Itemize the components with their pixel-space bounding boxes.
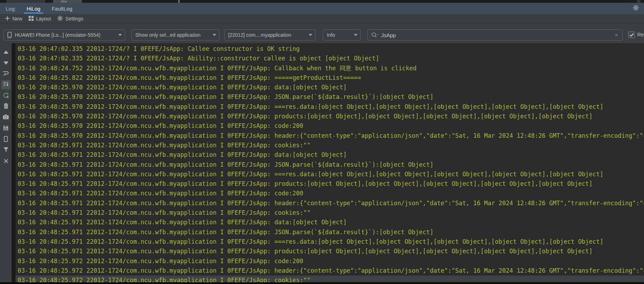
screenshot-button[interactable] xyxy=(1,113,11,122)
settings-button[interactable]: Settings xyxy=(57,16,83,22)
log-line[interactable]: 03-16 20:48:25.970 22012-1724/com.ncu.wf… xyxy=(16,83,644,92)
grid-icon xyxy=(29,16,34,22)
process-select-value: [22012] com....myapplication xyxy=(228,32,306,38)
log-tab-bar: Log: HiLog FaultLog xyxy=(0,3,644,14)
regex-checkbox-label: Reg xyxy=(637,32,644,37)
save-icon xyxy=(3,125,8,132)
background-tab-fragment: Idea xyxy=(53,0,82,3)
log-line[interactable]: 03-16 20:47:02.335 22012-1724/? I 0FEFE/… xyxy=(16,54,644,63)
log-line[interactable]: 03-16 20:48:25.970 22012-1724/com.ncu.wf… xyxy=(16,121,644,131)
scroll-up-button[interactable] xyxy=(1,47,11,57)
clear-log-button[interactable] xyxy=(1,102,11,111)
log-output[interactable]: 03-16 20:47:02.335 22012-1724/? I 0FEFE/… xyxy=(16,43,644,284)
log-line[interactable]: 03-16 20:48:25.971 22012-1724/com.ncu.wf… xyxy=(16,189,644,198)
device-select-value: HUAWEI Phone [Lo...] (emulator-5554) xyxy=(15,32,116,38)
rerun-button[interactable] xyxy=(1,91,11,100)
log-line[interactable]: 03-16 20:48:25.971 22012-1724/com.ncu.wf… xyxy=(16,208,644,218)
soft-wrap-button[interactable] xyxy=(1,69,11,78)
hilog-toolbar: New Layout xyxy=(0,14,644,24)
checkmark-icon xyxy=(630,33,634,37)
close-icon xyxy=(4,158,8,165)
trash-icon xyxy=(4,103,8,110)
log-line[interactable]: 03-16 20:48:25.971 22012-1724/com.ncu.wf… xyxy=(16,247,644,256)
process-select[interactable]: [22012] com....myapplication xyxy=(224,29,315,41)
log-line[interactable]: 03-16 20:48:25.971 22012-1724/com.ncu.wf… xyxy=(16,227,644,237)
scope-select[interactable]: Show only sel...ed application xyxy=(131,29,219,41)
regex-checkbox[interactable] xyxy=(628,31,635,38)
background-fragment xyxy=(6,0,45,3)
log-line[interactable]: 03-16 20:48:25.971 22012-1724/com.ncu.wf… xyxy=(16,199,644,208)
device-screen-button[interactable] xyxy=(1,135,11,144)
log-level-select-value: Info xyxy=(327,32,351,38)
filter-button[interactable] xyxy=(1,146,11,155)
up-arrow-icon xyxy=(4,49,8,55)
camera-icon xyxy=(3,114,9,121)
tab-faultlog[interactable]: FaultLog xyxy=(46,3,78,14)
tab-hilog-label: HiLog xyxy=(26,6,40,12)
layout-button[interactable]: Layout xyxy=(29,16,51,22)
scroll-down-button[interactable] xyxy=(1,58,11,67)
search-field[interactable]: × xyxy=(367,29,623,41)
gear-icon xyxy=(57,16,63,22)
log-level-select[interactable]: Info xyxy=(323,29,361,41)
log-line[interactable]: 03-16 20:48:25.971 22012-1724/com.ncu.wf… xyxy=(16,218,644,227)
scope-select-value: Show only sel...ed application xyxy=(135,32,210,38)
filter-icon xyxy=(4,147,8,154)
log-line[interactable]: 03-16 20:48:25.971 22012-1724/com.ncu.wf… xyxy=(16,150,644,160)
log-label: Log: xyxy=(6,6,16,12)
chevron-down-icon xyxy=(354,34,358,36)
log-main-area: 03-16 20:47:02.335 22012-1724/? I 0FEFE/… xyxy=(0,43,644,284)
bottom-edge-band xyxy=(0,282,644,284)
log-line[interactable]: 03-16 20:48:25.970 22012-1724/com.ncu.wf… xyxy=(16,112,644,121)
tab-faultlog-label: FaultLog xyxy=(52,6,72,12)
log-action-sidebar xyxy=(0,43,12,284)
device-select[interactable]: HUAWEI Phone [Lo...] (emulator-5554) xyxy=(4,29,125,41)
layout-button-label: Layout xyxy=(36,16,51,22)
new-button[interactable]: New xyxy=(5,16,22,22)
log-line[interactable]: 03-16 20:48:25.971 22012-1724/com.ncu.wf… xyxy=(16,170,644,179)
chevron-down-icon xyxy=(118,34,122,36)
plus-icon xyxy=(5,16,10,22)
new-button-label: New xyxy=(12,16,22,22)
search-input[interactable] xyxy=(381,32,614,38)
chevron-down-icon xyxy=(309,34,312,36)
scroll-to-end-button[interactable] xyxy=(1,80,11,89)
gear-icon xyxy=(633,5,639,12)
settings-button-label: Settings xyxy=(65,16,83,22)
down-arrow-icon xyxy=(4,60,8,66)
soft-wrap-icon xyxy=(3,71,9,77)
console-gutter xyxy=(12,43,16,284)
filter-row: HUAWEI Phone [Lo...] (emulator-5554) Sho… xyxy=(0,24,644,43)
panel-settings-button[interactable] xyxy=(632,5,640,12)
chevron-down-icon xyxy=(213,34,216,36)
phone-icon xyxy=(7,32,12,38)
tab-hilog[interactable]: HiLog xyxy=(21,3,46,14)
log-line[interactable]: 03-16 20:48:25.971 22012-1724/com.ncu.wf… xyxy=(16,237,644,247)
phone-icon xyxy=(4,136,8,143)
scroll-to-end-icon xyxy=(3,82,9,88)
background-window-sliver: Idea xyxy=(0,0,644,3)
rerun-icon xyxy=(3,92,9,100)
log-line[interactable]: 03-16 20:48:25.971 22012-1724/com.ncu.wf… xyxy=(16,179,644,189)
log-line[interactable]: 03-16 20:47:02.335 22012-1724/? I 0FEFE/… xyxy=(16,44,644,54)
log-line[interactable]: 03-16 20:48:25.970 22012-1724/com.ncu.wf… xyxy=(16,131,644,141)
log-line[interactable]: 03-16 20:48:25.970 22012-1724/com.ncu.wf… xyxy=(16,102,644,112)
log-line[interactable]: 03-16 20:48:25.972 22012-1724/com.ncu.wf… xyxy=(16,256,644,266)
log-line[interactable]: 03-16 20:48:25.972 22012-1724/com.ncu.wf… xyxy=(16,266,644,276)
hilog-panel: Idea Log: HiLog FaultLog xyxy=(0,0,644,284)
close-panel-button[interactable] xyxy=(1,157,11,166)
log-line[interactable]: 03-16 20:48:25.971 22012-1724/com.ncu.wf… xyxy=(16,141,644,150)
background-cursor-fragment xyxy=(178,0,179,3)
search-icon xyxy=(371,32,378,38)
background-fragment xyxy=(637,0,640,3)
log-line[interactable]: 03-16 20:48:25.971 22012-1724/com.ncu.wf… xyxy=(16,160,644,170)
log-line[interactable]: 03-16 20:48:25.970 22012-1724/com.ncu.wf… xyxy=(16,92,644,102)
log-line[interactable]: 03-16 20:48:24.752 22012-1724/com.ncu.wf… xyxy=(16,64,644,73)
log-line[interactable]: 03-16 20:48:25.822 22012-1724/com.ncu.wf… xyxy=(16,73,644,83)
clear-search-icon[interactable]: × xyxy=(614,32,619,38)
save-log-button[interactable] xyxy=(1,124,11,133)
